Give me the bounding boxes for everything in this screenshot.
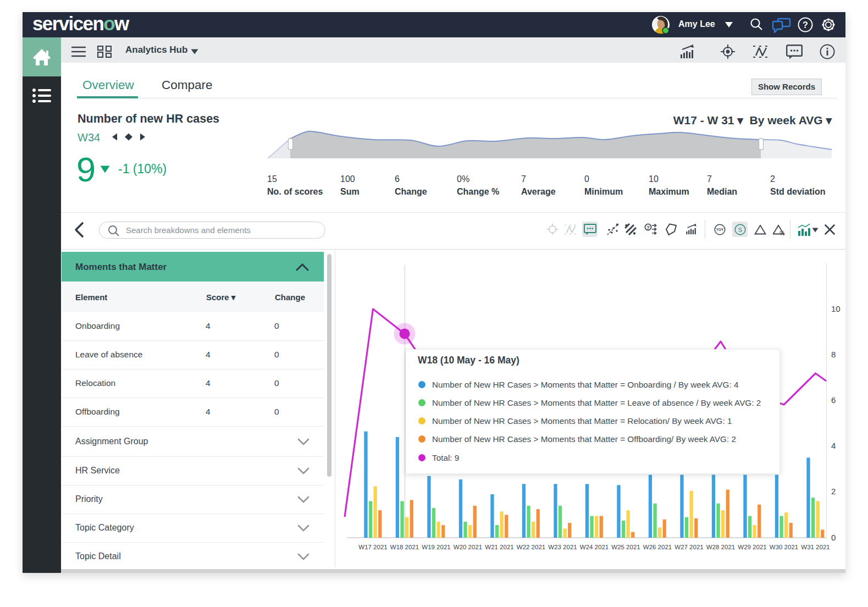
svg-text:W17 2021: W17 2021 <box>358 544 387 550</box>
svg-text:6: 6 <box>831 395 836 405</box>
svg-text:W24 2021: W24 2021 <box>580 544 609 550</box>
svg-text:W29 2021: W29 2021 <box>738 544 766 550</box>
svg-text:?: ? <box>646 224 650 230</box>
svg-text:W18 2021: W18 2021 <box>390 544 419 550</box>
svg-text:8: 8 <box>831 350 836 359</box>
svg-text:W30 2021: W30 2021 <box>770 544 798 550</box>
svg-text:W20 2021: W20 2021 <box>454 544 482 550</box>
svg-text:%: % <box>779 230 784 236</box>
svg-text:0: 0 <box>831 533 836 542</box>
svg-text:2: 2 <box>831 487 836 496</box>
svg-text:S: S <box>738 227 742 233</box>
svg-text:W19 2021: W19 2021 <box>422 544 450 550</box>
svg-text:W31 2021: W31 2021 <box>801 544 830 550</box>
svg-text:W23 2021: W23 2021 <box>548 544 577 550</box>
svg-text:?: ? <box>803 20 808 30</box>
svg-text:W27 2021: W27 2021 <box>675 544 703 550</box>
svg-text:W25 2021: W25 2021 <box>611 544 640 550</box>
svg-text:W22 2021: W22 2021 <box>517 544 545 550</box>
svg-text:W28 2021: W28 2021 <box>706 544 735 550</box>
svg-text:YOY: YOY <box>716 228 724 231</box>
svg-text:10: 10 <box>831 304 841 313</box>
svg-text:W21 2021: W21 2021 <box>485 544 513 550</box>
svg-text:4: 4 <box>831 441 836 450</box>
svg-text:W26 2021: W26 2021 <box>643 544 672 550</box>
